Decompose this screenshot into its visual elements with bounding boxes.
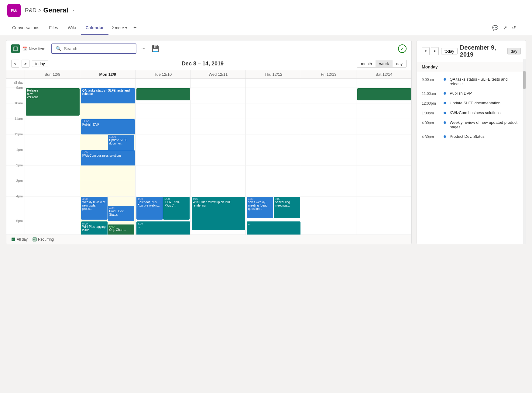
time-cell-thu-5[interactable]: ...	[245, 221, 301, 235]
tab-files[interactable]: Files	[44, 22, 63, 35]
time-cell-mon-12[interactable]: 12:00 Update SLFE documer...	[80, 134, 135, 150]
time-cell-mon-10[interactable]	[80, 103, 135, 119]
time-cell-thu-4[interactable]: 4:30 sales weekly meeting (Lead question…	[245, 196, 301, 221]
time-cell-tue-10[interactable]	[135, 103, 190, 119]
right-scrollbar[interactable]	[523, 59, 526, 244]
cal-today-button[interactable]: today	[32, 61, 48, 67]
time-cell-thu-10[interactable]	[245, 103, 301, 119]
time-cell-thu-9[interactable]	[245, 88, 301, 103]
event-sales-weekly[interactable]: 4:30 sales weekly meeting (Lead question…	[247, 197, 273, 218]
right-prev-button[interactable]: <	[422, 47, 430, 55]
time-cell-thu-2[interactable]	[245, 165, 301, 181]
time-cell-tue-2[interactable]	[135, 165, 190, 181]
time-cell-tue-11[interactable]	[135, 119, 190, 134]
toolbar-more-button[interactable]: ···	[140, 45, 146, 53]
time-cell-sat-4[interactable]	[356, 196, 411, 221]
cal-next-button[interactable]: >	[22, 60, 29, 68]
time-cell-mon-9[interactable]: QA tasks status - SLFE tests and release	[80, 88, 135, 103]
event-thu-5[interactable]: ...	[247, 221, 300, 235]
time-cell-sat-10[interactable]	[356, 103, 411, 119]
event-org-chart[interactable]: 6:00 Org. Chart...	[108, 224, 134, 235]
tab-add[interactable]: +	[130, 21, 140, 35]
time-cell-fri-10[interactable]	[301, 103, 356, 119]
time-cell-tue-5[interactable]: 5:00 ...	[135, 221, 190, 235]
toolbar-save-button[interactable]: 💾	[150, 44, 160, 54]
view-month-button[interactable]: month	[357, 60, 376, 67]
view-day-button[interactable]: day	[393, 60, 406, 67]
new-item-button[interactable]: 📅 New item	[22, 47, 45, 51]
event-publish-dvp[interactable]: 11:00 Publish DVP	[81, 119, 135, 134]
time-cell-sun-1[interactable]	[25, 150, 80, 165]
time-cell-mon-2[interactable]	[80, 165, 135, 181]
time-cell-sat-11[interactable]	[356, 119, 411, 134]
time-cell-wed-1[interactable]	[190, 150, 246, 165]
time-cell-thu-3[interactable]	[245, 181, 301, 196]
event-lid[interactable]: 5:00 [LID-13994 KWizC...	[163, 197, 190, 220]
event-tue-top[interactable]	[136, 88, 190, 100]
time-cell-sun-10[interactable]	[25, 103, 80, 119]
time-cell-thu-12[interactable]	[245, 134, 301, 150]
tab-conversations[interactable]: Conversations	[7, 22, 44, 35]
time-cell-fri-3[interactable]	[301, 181, 356, 196]
time-cell-fri-9[interactable]	[301, 88, 356, 103]
time-cell-tue-9[interactable]	[135, 88, 190, 103]
list-item[interactable]: 4:30pm Product Dev. Status	[417, 132, 526, 141]
time-cell-mon-4[interactable]: 4:00 Weekly review of new updat produ...…	[80, 196, 135, 221]
time-cell-wed-10[interactable]	[190, 103, 246, 119]
event-sat-top[interactable]	[357, 88, 411, 100]
right-today-button[interactable]: today	[441, 48, 458, 54]
time-cell-sat-9[interactable]	[356, 88, 411, 103]
time-cell-fri-2[interactable]	[301, 165, 356, 181]
time-cell-sat-12[interactable]	[356, 134, 411, 150]
more-icon[interactable]: ···	[521, 25, 525, 31]
time-cell-sun-12[interactable]	[25, 134, 80, 150]
tab-calendar[interactable]: Calendar	[81, 22, 109, 35]
event-wiki-plus-tag[interactable]: 5:00 Wiki Plus tagging issue	[81, 221, 108, 235]
expand-icon[interactable]: ⤢	[503, 25, 507, 31]
time-cell-thu-1[interactable]	[245, 150, 301, 165]
tab-wiki[interactable]: Wiki	[63, 22, 81, 35]
event-weekly-review[interactable]: 4:00 Weekly review of new updat produ...	[81, 197, 108, 220]
time-cell-sun-4[interactable]	[25, 196, 80, 221]
time-cell-sun-5[interactable]	[25, 221, 80, 235]
time-cell-thu-11[interactable]	[245, 119, 301, 134]
time-cell-sat-3[interactable]	[356, 181, 411, 196]
list-item[interactable]: 12:00pm Update SLFE documentation	[417, 98, 526, 108]
event-tue-5[interactable]: 5:00 ...	[136, 221, 190, 235]
right-next-button[interactable]: >	[431, 47, 439, 55]
list-item[interactable]: 1:00pm KWizCom business solutions	[417, 108, 526, 118]
time-cell-tue-4[interactable]: 4:00 Calendar Plus App pre-webin... 5:00…	[135, 196, 190, 221]
refresh-icon[interactable]: ↺	[512, 25, 516, 31]
time-cell-sun-11[interactable]	[25, 119, 80, 134]
time-cell-fri-1[interactable]	[301, 150, 356, 165]
time-cell-sun-3[interactable]	[25, 181, 80, 196]
tab-more[interactable]: 2 more ▾	[108, 22, 130, 34]
time-cell-sun-2[interactable]	[25, 165, 80, 181]
event-scheduling[interactable]: 5:00 Scheduling meetings...	[274, 197, 300, 218]
list-item[interactable]: 11:00am Publish DVP	[417, 89, 526, 98]
time-cell-wed-11[interactable]	[190, 119, 246, 134]
list-item[interactable]: 4:00pm Weekly review of new updated prod…	[417, 118, 526, 132]
time-cell-wed-9[interactable]	[190, 88, 246, 103]
cal-prev-button[interactable]: <	[11, 60, 19, 68]
right-view-label[interactable]: day	[507, 48, 521, 54]
time-cell-sat-5[interactable]	[356, 221, 411, 235]
time-cell-sun-9[interactable]: Release new versions	[25, 88, 80, 103]
time-cell-wed-12[interactable]	[190, 134, 246, 150]
view-week-button[interactable]: week	[376, 60, 393, 67]
event-calendar-plus[interactable]: 4:00 Calendar Plus App pre-webin...	[136, 197, 163, 220]
time-cell-wed-4[interactable]: 4:00 Wiki Plus : follow up on PDF render…	[190, 196, 246, 221]
time-cell-fri-4[interactable]	[301, 196, 356, 221]
time-cell-mon-5[interactable]: 5:00 Wiki Plus tagging issue 6:00 Org. C…	[80, 221, 135, 235]
time-cell-mon-3[interactable]	[80, 181, 135, 196]
time-cell-sat-1[interactable]	[356, 150, 411, 165]
chat-icon[interactable]: 💬	[492, 25, 498, 31]
time-cell-mon-11[interactable]: 11:00 Publish DVP	[80, 119, 135, 134]
list-item[interactable]: 9:00am QA tasks status - SLFE tests and …	[417, 75, 526, 89]
search-input[interactable]	[64, 46, 132, 51]
time-cell-tue-12[interactable]	[135, 134, 190, 150]
time-cell-tue-3[interactable]	[135, 181, 190, 196]
time-cell-wed-2[interactable]	[190, 165, 246, 181]
time-cell-tue-1[interactable]	[135, 150, 190, 165]
time-cell-sat-2[interactable]	[356, 165, 411, 181]
